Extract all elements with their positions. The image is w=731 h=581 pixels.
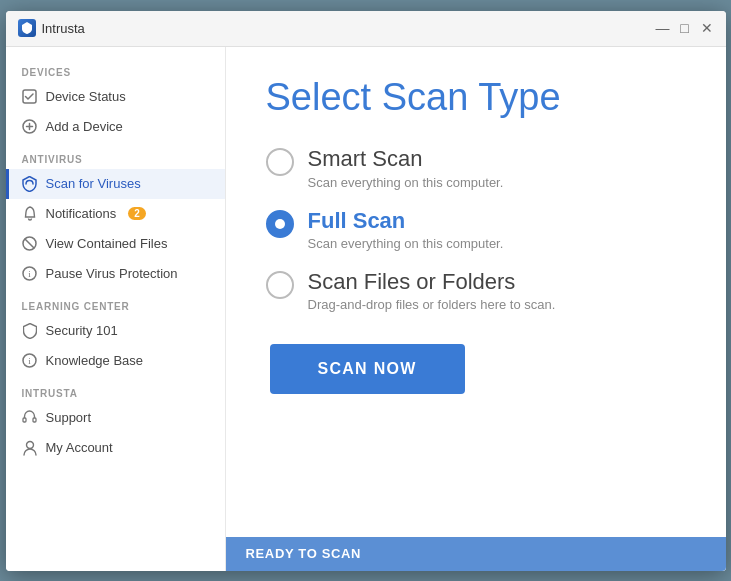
close-button[interactable]: ✕ xyxy=(700,21,714,35)
radio-files-folders[interactable] xyxy=(266,271,294,299)
sidebar-item-add-device[interactable]: Add a Device xyxy=(6,112,225,142)
svg-line-3 xyxy=(25,239,34,248)
sidebar-label-pause-protection: Pause Virus Protection xyxy=(46,266,178,281)
sidebar-section-intrusta: INTRUSTA xyxy=(6,376,225,403)
main-content: Select Scan Type Smart Scan Scan everyth… xyxy=(226,47,726,571)
logo-icon xyxy=(18,19,36,37)
app-window: Intrusta — □ ✕ DEVICES Device Status xyxy=(6,11,726,571)
scan-area: Select Scan Type Smart Scan Scan everyth… xyxy=(226,47,726,537)
scan-option-full[interactable]: Full Scan Scan everything on this comput… xyxy=(266,208,686,251)
sidebar-label-my-account: My Account xyxy=(46,440,113,455)
radio-full-scan[interactable] xyxy=(266,210,294,238)
sidebar: DEVICES Device Status Add a Dev xyxy=(6,47,226,571)
scan-option-text-full: Full Scan Scan everything on this comput… xyxy=(308,208,504,251)
sidebar-label-security101: Security 101 xyxy=(46,323,118,338)
sidebar-label-notifications: Notifications xyxy=(46,206,117,221)
sidebar-section-devices: DEVICES xyxy=(6,55,225,82)
sidebar-section-learning: LEARNING CENTER xyxy=(6,289,225,316)
app-logo: Intrusta xyxy=(18,19,656,37)
notification-badge: 2 xyxy=(128,207,146,220)
scan-option-name-smart: Smart Scan xyxy=(308,146,504,172)
person-icon xyxy=(22,440,38,456)
maximize-button[interactable]: □ xyxy=(678,21,692,35)
headset-icon xyxy=(22,410,38,426)
sidebar-item-device-status[interactable]: Device Status xyxy=(6,82,225,112)
minimize-button[interactable]: — xyxy=(656,21,670,35)
sidebar-item-knowledge-base[interactable]: i Knowledge Base xyxy=(6,346,225,376)
scan-option-text-smart: Smart Scan Scan everything on this compu… xyxy=(308,146,504,189)
sidebar-label-support: Support xyxy=(46,410,92,425)
sidebar-item-scan-viruses[interactable]: Scan for Viruses xyxy=(6,169,225,199)
scan-option-desc-files: Drag-and-drop files or folders here to s… xyxy=(308,297,556,312)
scan-option-desc-full: Scan everything on this computer. xyxy=(308,236,504,251)
titlebar: Intrusta — □ ✕ xyxy=(6,11,726,47)
status-bar: READY TO SCAN xyxy=(226,537,726,571)
scan-now-button[interactable]: SCAN NOW xyxy=(270,344,465,394)
scan-option-name-files: Scan Files or Folders xyxy=(308,269,556,295)
scan-option-text-files: Scan Files or Folders Drag-and-drop file… xyxy=(308,269,556,312)
svg-point-10 xyxy=(26,441,33,448)
block-icon xyxy=(22,236,38,252)
scan-options: Smart Scan Scan everything on this compu… xyxy=(266,146,686,312)
sidebar-label-add-device: Add a Device xyxy=(46,119,123,134)
svg-rect-8 xyxy=(23,418,26,422)
checkbox-icon xyxy=(22,89,38,105)
radio-smart-scan[interactable] xyxy=(266,148,294,176)
window-controls: — □ ✕ xyxy=(656,21,714,35)
svg-text:i: i xyxy=(28,356,31,366)
scan-option-desc-smart: Scan everything on this computer. xyxy=(308,175,504,190)
sidebar-item-notifications[interactable]: Notifications 2 xyxy=(6,199,225,229)
sidebar-label-contained-files: View Contained Files xyxy=(46,236,168,251)
bell-icon xyxy=(22,206,38,222)
radio-inner-full xyxy=(275,219,285,229)
sidebar-item-contained-files[interactable]: View Contained Files xyxy=(6,229,225,259)
sidebar-item-support[interactable]: Support xyxy=(6,403,225,433)
scan-title: Select Scan Type xyxy=(266,77,686,119)
info-small-icon: i xyxy=(22,353,38,369)
sidebar-item-my-account[interactable]: My Account xyxy=(6,433,225,463)
sidebar-item-pause-protection[interactable]: i Pause Virus Protection xyxy=(6,259,225,289)
status-text: READY TO SCAN xyxy=(246,546,362,561)
shield-small-icon xyxy=(22,323,38,339)
svg-text:i: i xyxy=(28,269,31,279)
sidebar-label-device-status: Device Status xyxy=(46,89,126,104)
scan-option-files-folders[interactable]: Scan Files or Folders Drag-and-drop file… xyxy=(266,269,686,312)
scan-option-smart[interactable]: Smart Scan Scan everything on this compu… xyxy=(266,146,686,189)
app-title: Intrusta xyxy=(42,21,85,36)
info-circle-icon: i xyxy=(22,266,38,282)
sidebar-label-knowledge-base: Knowledge Base xyxy=(46,353,144,368)
svg-rect-9 xyxy=(33,418,36,422)
plus-circle-icon xyxy=(22,119,38,135)
content-area: DEVICES Device Status Add a Dev xyxy=(6,47,726,571)
shield-scan-icon xyxy=(22,176,38,192)
scan-option-name-full: Full Scan xyxy=(308,208,504,234)
sidebar-section-antivirus: ANTIVIRUS xyxy=(6,142,225,169)
sidebar-item-security101[interactable]: Security 101 xyxy=(6,316,225,346)
sidebar-label-scan-viruses: Scan for Viruses xyxy=(46,176,141,191)
